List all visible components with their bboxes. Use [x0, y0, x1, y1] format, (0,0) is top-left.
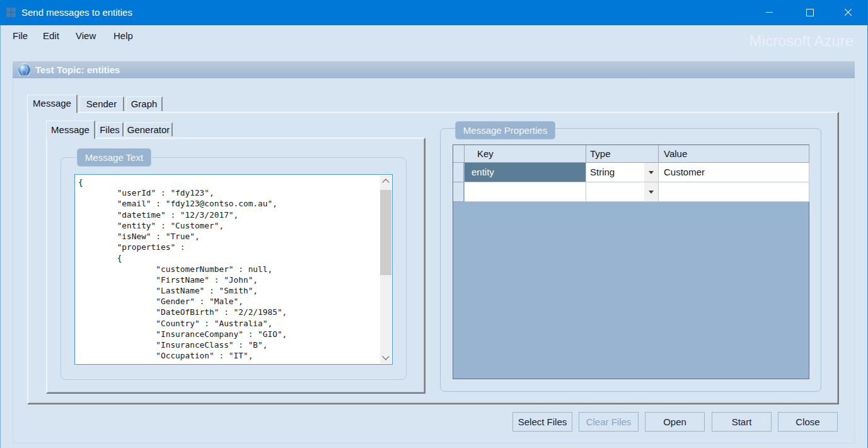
- message-json: { "userId" : "fdy123", "email" : "fdy123…: [78, 177, 287, 361]
- message-text-label: Message Text: [77, 148, 151, 167]
- grid-cell-key-1[interactable]: entity: [465, 163, 586, 182]
- grid-header-value[interactable]: Value: [659, 145, 809, 163]
- tab-message[interactable]: Message: [27, 95, 78, 113]
- menu-help[interactable]: Help: [113, 30, 133, 42]
- close-button[interactable]: [833, 0, 862, 25]
- globe-icon: [18, 63, 31, 76]
- grid-cell-value-2[interactable]: [659, 182, 809, 202]
- maximize-icon: [806, 9, 814, 16]
- message-properties-label: Message Properties: [455, 121, 555, 139]
- type-dropdown-1[interactable]: [644, 163, 658, 182]
- tab-generator[interactable]: Generator: [125, 122, 173, 136]
- close-button-bottom[interactable]: Close: [778, 412, 838, 432]
- message-text-area[interactable]: { "userId" : "fdy123", "email" : "fdy123…: [74, 174, 393, 365]
- maximize-button[interactable]: [796, 0, 825, 25]
- grid-rowheader-2[interactable]: [453, 182, 464, 202]
- tab-files[interactable]: Files: [96, 122, 124, 136]
- scroll-thumb[interactable]: [380, 190, 391, 275]
- start-button[interactable]: Start: [712, 412, 772, 432]
- type-value: String: [590, 167, 615, 177]
- tab-inner-message[interactable]: Message: [46, 121, 95, 139]
- menu-file[interactable]: File: [13, 30, 28, 42]
- vertical-scrollbar[interactable]: [380, 175, 391, 363]
- menu-edit[interactable]: Edit: [43, 30, 59, 42]
- window-title: Send messages to entities: [21, 0, 132, 25]
- grid-cell-key-2[interactable]: [465, 182, 586, 202]
- group-title: Test Topic: entities: [35, 61, 120, 78]
- scroll-up-icon[interactable]: [382, 179, 389, 186]
- microsoft-azure-brand: Microsoft Azure: [749, 32, 854, 50]
- grid-corner-cell: [453, 145, 465, 163]
- properties-grid: Key Type Value entity String Customer: [453, 144, 809, 379]
- minimize-button[interactable]: [755, 0, 784, 25]
- test-topic-header: [13, 61, 855, 78]
- tab-sender[interactable]: Sender: [79, 97, 124, 111]
- window-border-left: [0, 0, 1, 448]
- menu-view[interactable]: View: [76, 30, 96, 42]
- grid-header-type[interactable]: Type: [586, 145, 659, 163]
- clear-files-button[interactable]: Clear Files: [579, 412, 639, 432]
- app-icon: [6, 8, 16, 18]
- grid-rowheader-1[interactable]: [453, 163, 464, 182]
- select-files-button[interactable]: Select Files: [512, 412, 572, 432]
- open-button[interactable]: Open: [645, 412, 705, 432]
- minimize-icon: [766, 12, 773, 13]
- scroll-down-icon[interactable]: [382, 353, 389, 360]
- grid-header-key[interactable]: Key: [465, 145, 586, 163]
- dropdown-arrow-icon: [649, 171, 654, 174]
- grid-cell-type-2[interactable]: [586, 182, 659, 202]
- type-dropdown-2[interactable]: [644, 182, 658, 201]
- tab-graph[interactable]: Graph: [126, 97, 163, 111]
- title-bar: Send messages to entities: [0, 0, 868, 25]
- grid-cell-type-1[interactable]: String: [586, 163, 659, 182]
- grid-cell-value-1[interactable]: Customer: [659, 163, 809, 182]
- dropdown-arrow-icon: [649, 191, 654, 194]
